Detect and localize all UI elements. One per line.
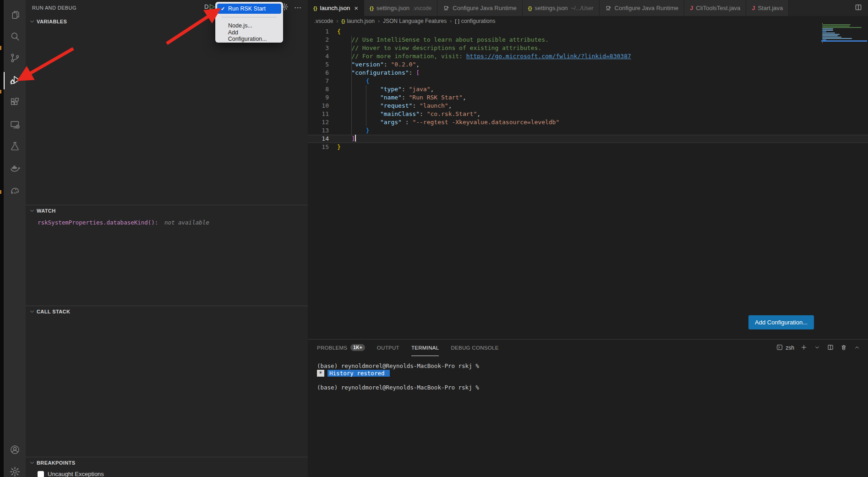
panel-tab-problems[interactable]: PROBLEMS1K+: [317, 340, 365, 356]
remote-icon: [9, 119, 21, 132]
menu-item-run-rsk-start[interactable]: ✓Run RSK Start: [217, 4, 281, 14]
tab-label: Configure Java Runtime: [615, 5, 678, 11]
tab-launch-json[interactable]: {}launch.json×: [308, 0, 364, 16]
section-label: VARIABLES: [37, 19, 67, 24]
line-number: 1: [308, 27, 329, 36]
java-file-icon: J: [752, 5, 755, 11]
tab-detail: ~/.../User: [571, 5, 594, 11]
code-line-8[interactable]: 8 "type": "java",: [308, 85, 868, 93]
line-number: 12: [308, 118, 329, 126]
files-icon: [9, 9, 21, 22]
terminal-dropdown-button[interactable]: [813, 344, 821, 352]
indent-guide: [366, 85, 366, 93]
line-number: 8: [308, 85, 329, 93]
line-number: 15: [308, 143, 329, 151]
code-line-13[interactable]: 13 }: [308, 126, 868, 135]
sidebar-title: RUN AND DEBUG: [32, 5, 76, 11]
code-line-11[interactable]: 11 "mainClass": "co.rsk.Start",: [308, 110, 868, 118]
activity-item-explorer[interactable]: [4, 5, 26, 26]
panel-tab-terminal[interactable]: TERMINAL: [411, 340, 439, 356]
code-line-5[interactable]: 5 "version": "0.2.0",: [308, 60, 868, 69]
watch-section-header[interactable]: WATCH: [26, 205, 308, 216]
breadcrumb-separator: ›: [336, 18, 338, 24]
line-number: 4: [308, 52, 329, 60]
check-icon: ✓: [221, 6, 228, 12]
tab-settings-json[interactable]: {}settings.json~/.../User: [523, 0, 600, 16]
activity-item-testing[interactable]: [4, 137, 26, 157]
terminal-line: * History restored: [317, 370, 868, 377]
breadcrumb-separator: ›: [450, 18, 452, 24]
activity-item-remote-explorer[interactable]: [4, 115, 26, 135]
breadcrumb-item[interactable]: {}launch.json: [341, 18, 375, 24]
shell-label: zsh: [786, 345, 794, 351]
more-actions-icon[interactable]: ⋯: [294, 3, 301, 12]
breadcrumb-item[interactable]: JSON Language Features: [383, 18, 447, 24]
indent-guide: [351, 36, 352, 44]
breadcrumb-item[interactable]: .vscode: [314, 18, 333, 24]
split-terminal-button[interactable]: [827, 344, 834, 352]
activity-item-extensions[interactable]: [4, 93, 26, 113]
close-icon[interactable]: ×: [354, 4, 358, 12]
activity-item-run-and-debug[interactable]: [4, 71, 26, 91]
activity-item-gradle[interactable]: [4, 181, 26, 201]
minimap[interactable]: [821, 22, 867, 51]
start-debugging-icon[interactable]: ▷: [210, 2, 215, 11]
call-stack-section-header[interactable]: CALL STACK: [26, 306, 308, 317]
breadcrumb-label: .vscode: [314, 18, 333, 24]
activity-item-accounts[interactable]: [4, 440, 26, 461]
tab-settings-json[interactable]: {}settings.json.vscode: [364, 0, 437, 16]
editor-area: {}launch.json×{}settings.json.vscodeConf…: [308, 0, 868, 477]
tab-clitoolstest-java[interactable]: JCliToolsTest.java: [684, 0, 746, 16]
new-terminal-button[interactable]: [800, 344, 808, 352]
code-line-4[interactable]: 4 // For more information, visit: https:…: [308, 52, 868, 60]
watch-section: WATCH rskSystemProperties.databaseKind()…: [26, 205, 308, 226]
menu-item-add-configuration-[interactable]: Add Configuration...: [217, 31, 281, 41]
panel-tab-debug-console[interactable]: DEBUG CONSOLE: [451, 340, 498, 356]
activity-item-settings[interactable]: [4, 462, 26, 477]
breadcrumb-label: launch.json: [347, 18, 375, 24]
code-line-14[interactable]: 14 ]: [308, 135, 868, 143]
line-content: "name": "Run RSK Start",: [337, 93, 466, 102]
code-line-3[interactable]: 3 // Hover to view descriptions of exist…: [308, 44, 868, 52]
tab-start-java[interactable]: JStart.java: [746, 0, 789, 16]
breadcrumb-icon: [ ]: [455, 19, 459, 24]
code-line-9[interactable]: 9 "name": "Run RSK Start",: [308, 93, 868, 102]
code-line-10[interactable]: 10 "request": "launch",: [308, 102, 868, 110]
indent-guide: [351, 52, 352, 60]
code-line-6[interactable]: 6 "configurations": [: [308, 69, 868, 77]
activity-item-source-control[interactable]: [4, 49, 26, 69]
launch-profile-button[interactable]: zsh: [776, 344, 794, 352]
watch-expression-row[interactable]: rskSystemProperties.databaseKind(): not …: [38, 219, 308, 226]
activity-item-search[interactable]: [4, 27, 26, 47]
extensions-icon: [9, 97, 21, 110]
activity-item-docker[interactable]: [4, 159, 26, 179]
maximize-panel-button[interactable]: [853, 344, 861, 352]
breakpoints-section-header[interactable]: BREAKPOINTS: [26, 457, 308, 468]
elephant-icon: [9, 185, 21, 198]
breadcrumb-item[interactable]: [ ]configurations: [455, 18, 495, 24]
tab-configure-java-runtime[interactable]: Configure Java Runtime: [437, 0, 522, 16]
tab-configure-java-runtime[interactable]: Configure Java Runtime: [600, 0, 684, 16]
panel-tab-label: PROBLEMS: [317, 345, 347, 351]
split-editor-icon[interactable]: [854, 3, 863, 13]
add-configuration-button[interactable]: Add Configuration...: [748, 315, 814, 329]
code-editor[interactable]: 1{2 // Use IntelliSense to learn about p…: [308, 27, 868, 151]
line-number: 9: [308, 93, 329, 102]
line-content: "mainClass": "co.rsk.Start",: [337, 110, 480, 118]
debug-configuration-dropdown: ✓Run RSK StartNode.js...Add Configuratio…: [215, 2, 283, 43]
breakpoint-label: Uncaught Exceptions: [48, 471, 104, 477]
line-content: {: [337, 27, 341, 36]
indent-guide: [366, 102, 366, 110]
kill-terminal-button[interactable]: [840, 344, 847, 352]
code-line-15[interactable]: 15}: [308, 143, 868, 151]
breakpoints-section: BREAKPOINTS Uncaught Exceptions: [26, 457, 308, 477]
panel-tab-output[interactable]: OUTPUT: [377, 340, 399, 356]
line-content: "args" : "--regtest -Xkeyvalue.datasourc…: [337, 118, 559, 126]
code-line-12[interactable]: 12 "args" : "--regtest -Xkeyvalue.dataso…: [308, 118, 868, 126]
code-line-7[interactable]: 7 {: [308, 77, 868, 85]
indent-guide: [351, 77, 352, 85]
terminal-output[interactable]: (base) reynoldmorel@Reynolds-MacBook-Pro…: [308, 356, 868, 391]
uncaught-exceptions-checkbox[interactable]: [38, 471, 44, 477]
code-line-1[interactable]: 1{: [308, 27, 868, 36]
code-line-2[interactable]: 2 // Use IntelliSense to learn about pos…: [308, 36, 868, 44]
